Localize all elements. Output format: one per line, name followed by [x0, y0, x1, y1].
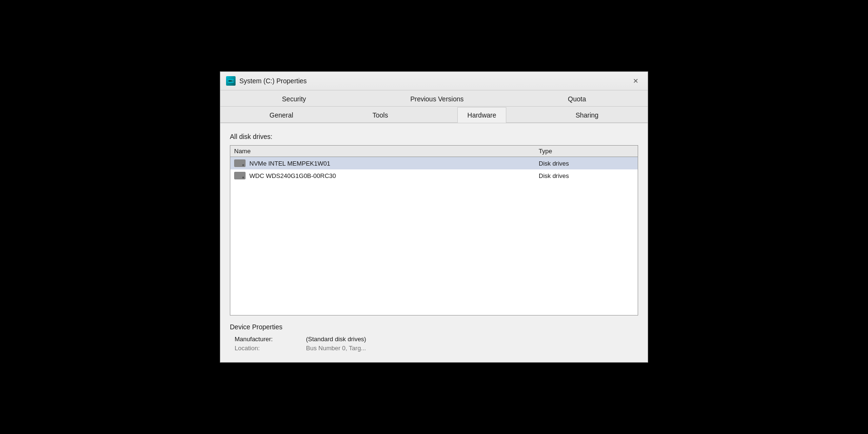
disk-drive-icon — [234, 159, 246, 167]
drive-name-cell: WDC WDS240G1G0B-00RC30 — [234, 172, 539, 179]
manufacturer-row: Manufacturer: (Standard disk drives) — [230, 335, 638, 344]
tab-tools[interactable]: Tools — [363, 107, 398, 123]
manufacturer-label: Manufacturer: — [235, 335, 306, 343]
drive-name: NVMe INTEL MEMPEK1W01 — [249, 160, 330, 167]
manufacturer-value: (Standard disk drives) — [306, 335, 366, 343]
list-empty-area — [230, 182, 638, 315]
tab-quota[interactable]: Quota — [558, 91, 596, 107]
tabs-top-row: Security Previous Versions Quota — [220, 90, 648, 107]
drive-icon — [226, 76, 236, 86]
column-header-type: Type — [539, 148, 634, 155]
properties-dialog: System (C:) Properties ✕ Security Previo… — [220, 71, 648, 363]
drive-name: WDC WDS240G1G0B-00RC30 — [249, 172, 336, 179]
location-value: Bus Number 0, Targ... — [306, 345, 366, 352]
column-header-name: Name — [234, 148, 539, 155]
svg-point-2 — [232, 80, 233, 81]
tab-security[interactable]: Security — [272, 91, 316, 107]
drive-type-cell: Disk drives — [539, 160, 634, 167]
list-header: Name Type — [230, 146, 638, 157]
disk-drive-icon — [234, 172, 246, 179]
tab-hardware[interactable]: Hardware — [457, 107, 506, 123]
content-area: All disk drives: Name Type NVMe INTEL ME… — [220, 123, 648, 362]
device-properties-section: Device Properties Manufacturer: (Standar… — [230, 323, 638, 353]
tab-general[interactable]: General — [259, 107, 303, 123]
window-title: System (C:) Properties — [239, 77, 307, 85]
drives-list: Name Type NVMe INTEL MEMPEK1W01 Disk dri… — [230, 145, 638, 316]
drive-type-cell: Disk drives — [539, 172, 634, 179]
tab-previous-versions[interactable]: Previous Versions — [400, 91, 473, 107]
section-label: All disk drives: — [230, 133, 638, 140]
location-row: Location: Bus Number 0, Targ... — [230, 344, 638, 353]
title-bar: System (C:) Properties ✕ — [220, 72, 648, 90]
title-bar-left: System (C:) Properties — [226, 76, 307, 86]
tabs-bottom-row: General Tools Hardware Sharing — [220, 107, 648, 123]
location-label: Location: — [235, 345, 306, 352]
drive-name-cell: NVMe INTEL MEMPEK1W01 — [234, 159, 539, 167]
tab-sharing[interactable]: Sharing — [565, 107, 608, 123]
list-item[interactable]: NVMe INTEL MEMPEK1W01 Disk drives — [230, 157, 638, 169]
device-properties-title: Device Properties — [230, 323, 638, 331]
close-button[interactable]: ✕ — [630, 76, 642, 86]
list-item[interactable]: WDC WDS240G1G0B-00RC30 Disk drives — [230, 169, 638, 182]
